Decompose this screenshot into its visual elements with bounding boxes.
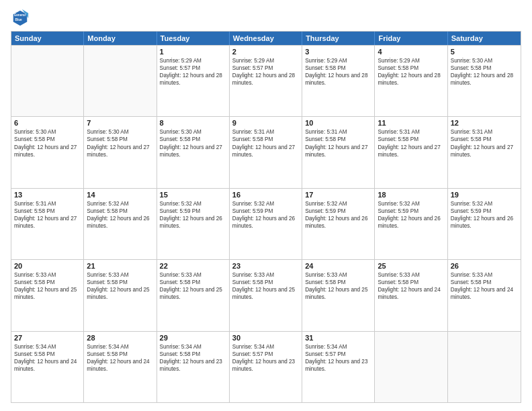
day-number: 10 — [305, 119, 371, 127]
daylight-text: Daylight: 12 hours and 26 minutes. — [87, 215, 153, 230]
cal-cell: 24Sunrise: 5:33 AMSunset: 5:58 PMDayligh… — [302, 260, 375, 330]
day-number: 24 — [305, 262, 371, 270]
day-number: 12 — [451, 119, 518, 127]
cal-cell: 22Sunrise: 5:33 AMSunset: 5:58 PMDayligh… — [157, 260, 230, 330]
cal-week-2: 13Sunrise: 5:31 AMSunset: 5:58 PMDayligh… — [11, 188, 521, 259]
cal-cell: 30Sunrise: 5:34 AMSunset: 5:57 PMDayligh… — [230, 332, 302, 402]
cal-cell: 17Sunrise: 5:32 AMSunset: 5:59 PMDayligh… — [302, 189, 375, 259]
sunset-text: Sunset: 5:58 PM — [451, 279, 518, 286]
daylight-text: Daylight: 12 hours and 26 minutes. — [305, 215, 371, 230]
cal-cell: 9Sunrise: 5:31 AMSunset: 5:58 PMDaylight… — [230, 117, 302, 187]
page: General Blue SundayMondayTuesdayWednesda… — [0, 0, 532, 411]
cal-header-thursday: Thursday — [302, 32, 375, 45]
day-number: 27 — [14, 334, 81, 342]
cal-header-monday: Monday — [84, 32, 157, 45]
sunrise-text: Sunrise: 5:32 AM — [87, 200, 153, 208]
sunset-text: Sunset: 5:59 PM — [378, 208, 444, 215]
daylight-text: Daylight: 12 hours and 23 minutes. — [160, 358, 226, 373]
daylight-text: Daylight: 12 hours and 25 minutes. — [14, 286, 81, 301]
sunset-text: Sunset: 5:58 PM — [14, 279, 81, 286]
cal-cell: 15Sunrise: 5:32 AMSunset: 5:59 PMDayligh… — [157, 189, 230, 259]
cal-cell: 4Sunrise: 5:29 AMSunset: 5:58 PMDaylight… — [375, 46, 447, 116]
daylight-text: Daylight: 12 hours and 25 minutes. — [87, 286, 153, 301]
sunrise-text: Sunrise: 5:30 AM — [87, 128, 153, 136]
daylight-text: Daylight: 12 hours and 27 minutes. — [232, 144, 299, 158]
cal-cell: 6Sunrise: 5:30 AMSunset: 5:58 PMDaylight… — [11, 117, 84, 187]
sunset-text: Sunset: 5:58 PM — [378, 279, 444, 286]
daylight-text: Daylight: 12 hours and 28 minutes. — [305, 72, 371, 87]
cal-header-friday: Friday — [375, 32, 447, 45]
cal-cell: 11Sunrise: 5:31 AMSunset: 5:58 PMDayligh… — [375, 117, 447, 187]
daylight-text: Daylight: 12 hours and 26 minutes. — [232, 215, 299, 230]
day-number: 13 — [14, 191, 81, 199]
sunset-text: Sunset: 5:58 PM — [305, 136, 371, 143]
cal-cell: 8Sunrise: 5:30 AMSunset: 5:58 PMDaylight… — [157, 117, 230, 187]
day-number: 1 — [160, 48, 226, 56]
sunset-text: Sunset: 5:59 PM — [451, 208, 518, 215]
cal-cell: 18Sunrise: 5:32 AMSunset: 5:59 PMDayligh… — [375, 189, 447, 259]
daylight-text: Daylight: 12 hours and 27 minutes. — [378, 144, 444, 158]
daylight-text: Daylight: 12 hours and 28 minutes. — [378, 72, 444, 87]
cal-cell — [448, 332, 521, 402]
logo: General Blue — [11, 8, 32, 27]
sunset-text: Sunset: 5:58 PM — [232, 279, 299, 286]
daylight-text: Daylight: 12 hours and 27 minutes. — [14, 215, 81, 230]
sunrise-text: Sunrise: 5:32 AM — [160, 200, 226, 208]
cal-cell — [11, 46, 84, 116]
cal-cell — [375, 332, 447, 402]
cal-cell: 28Sunrise: 5:34 AMSunset: 5:58 PMDayligh… — [84, 332, 157, 402]
daylight-text: Daylight: 12 hours and 25 minutes. — [160, 286, 226, 301]
sunrise-text: Sunrise: 5:30 AM — [160, 128, 226, 136]
calendar: SundayMondayTuesdayWednesdayThursdayFrid… — [11, 31, 521, 403]
cal-week-1: 6Sunrise: 5:30 AMSunset: 5:58 PMDaylight… — [11, 116, 521, 187]
sunrise-text: Sunrise: 5:31 AM — [14, 200, 81, 208]
daylight-text: Daylight: 12 hours and 27 minutes. — [87, 144, 153, 158]
sunset-text: Sunset: 5:57 PM — [232, 351, 299, 358]
sunset-text: Sunset: 5:59 PM — [160, 208, 226, 215]
svg-text:General: General — [14, 13, 26, 17]
sunrise-text: Sunrise: 5:34 AM — [160, 343, 226, 351]
day-number: 31 — [305, 334, 371, 342]
sunset-text: Sunset: 5:58 PM — [14, 136, 81, 143]
daylight-text: Daylight: 12 hours and 24 minutes. — [14, 358, 81, 373]
sunrise-text: Sunrise: 5:33 AM — [232, 271, 299, 279]
sunset-text: Sunset: 5:57 PM — [232, 64, 299, 72]
sunset-text: Sunset: 5:58 PM — [378, 64, 444, 72]
sunrise-text: Sunrise: 5:29 AM — [160, 57, 226, 64]
sunrise-text: Sunrise: 5:33 AM — [378, 271, 444, 279]
day-number: 15 — [160, 191, 226, 199]
sunset-text: Sunset: 5:58 PM — [160, 351, 226, 358]
daylight-text: Daylight: 12 hours and 25 minutes. — [305, 286, 371, 301]
sunrise-text: Sunrise: 5:33 AM — [451, 271, 518, 279]
sunrise-text: Sunrise: 5:30 AM — [451, 57, 518, 64]
day-number: 5 — [451, 48, 518, 56]
daylight-text: Daylight: 12 hours and 27 minutes. — [14, 144, 81, 158]
sunrise-text: Sunrise: 5:33 AM — [14, 271, 81, 279]
sunset-text: Sunset: 5:58 PM — [14, 351, 81, 358]
day-number: 29 — [160, 334, 226, 342]
sunset-text: Sunset: 5:57 PM — [305, 351, 371, 358]
daylight-text: Daylight: 12 hours and 26 minutes. — [378, 215, 444, 230]
day-number: 20 — [14, 262, 81, 270]
day-number: 17 — [305, 191, 371, 199]
calendar-body: 1Sunrise: 5:29 AMSunset: 5:57 PMDaylight… — [11, 45, 521, 402]
cal-cell: 26Sunrise: 5:33 AMSunset: 5:58 PMDayligh… — [448, 260, 521, 330]
cal-cell: 16Sunrise: 5:32 AMSunset: 5:59 PMDayligh… — [230, 189, 302, 259]
sunrise-text: Sunrise: 5:34 AM — [305, 343, 371, 351]
daylight-text: Daylight: 12 hours and 28 minutes. — [232, 72, 299, 87]
sunrise-text: Sunrise: 5:34 AM — [14, 343, 81, 351]
sunrise-text: Sunrise: 5:33 AM — [160, 271, 226, 279]
cal-cell: 2Sunrise: 5:29 AMSunset: 5:57 PMDaylight… — [230, 46, 302, 116]
day-number: 8 — [160, 119, 226, 127]
daylight-text: Daylight: 12 hours and 28 minutes. — [451, 72, 518, 87]
sunset-text: Sunset: 5:58 PM — [14, 208, 81, 215]
sunset-text: Sunset: 5:58 PM — [160, 136, 226, 143]
day-number: 11 — [378, 119, 444, 127]
sunset-text: Sunset: 5:58 PM — [87, 351, 153, 358]
sunrise-text: Sunrise: 5:32 AM — [305, 200, 371, 208]
cal-cell: 3Sunrise: 5:29 AMSunset: 5:58 PMDaylight… — [302, 46, 375, 116]
cal-header-tuesday: Tuesday — [157, 32, 230, 45]
sunrise-text: Sunrise: 5:33 AM — [87, 271, 153, 279]
day-number: 2 — [232, 48, 299, 56]
cal-cell: 25Sunrise: 5:33 AMSunset: 5:58 PMDayligh… — [375, 260, 447, 330]
